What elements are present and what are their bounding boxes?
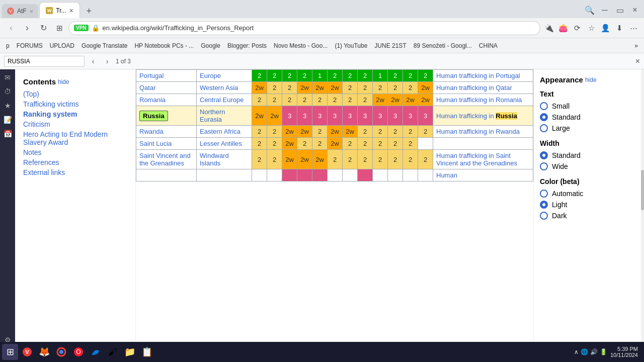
data-cell: 2 [403,138,418,150]
maximize-button[interactable]: ▭ [613,3,627,17]
taskbar-firefox-icon[interactable]: 🦊 [36,344,52,360]
data-cell: 2w [282,138,297,150]
tab-background-1[interactable]: V AtF × [2,4,38,18]
data-cell: 2 [388,82,403,94]
url-bar[interactable]: VPN 🔒 en.wikipedia.org/wiki/Trafficking_… [68,21,540,35]
data-cell: 2w [328,126,343,138]
sidebar-bookmarks-icon[interactable]: ★ [2,100,14,112]
tab-active[interactable]: W Tr... × [39,2,79,18]
new-tab-button[interactable]: + [82,4,96,18]
start-button[interactable]: ⊞ [2,344,18,360]
taskbar-paint-icon[interactable]: 🖌 [105,344,121,360]
profile-button[interactable]: 👤 [599,22,612,35]
text-option-large[interactable]: Large [540,124,638,132]
svg-text:O: O [76,348,80,355]
sidebar-item-criticism[interactable]: Criticism [15,119,135,129]
table-row: Portugal Europe 2 2 2 2 1 2 2 2 1 2 2 [136,70,533,82]
bookmark-june[interactable]: JUNE 21ST [371,40,409,51]
bookmark-china[interactable]: CHINA [476,40,501,51]
taskbar-explorer-icon[interactable]: 📁 [122,344,138,360]
tab-close-active[interactable]: × [69,7,73,15]
sidebar-item-ranking-system[interactable]: Ranking system [15,109,135,119]
data-cell: 2 [267,82,282,94]
radio-automatic [540,190,548,198]
main-content-area[interactable]: Portugal Europe 2 2 2 2 1 2 2 2 1 2 2 [136,69,533,362]
contents-hide-btn[interactable]: hide [58,78,69,85]
taskbar-chrome-icon[interactable] [53,344,69,360]
data-cell: 2 [267,150,282,169]
settings-button[interactable]: ⋯ [627,22,640,35]
scrollbar-thumb[interactable] [641,170,644,210]
bookmark-youtube[interactable]: (1) YouTube [332,40,370,51]
find-prev-button[interactable]: ‹ [88,56,99,67]
bookmark-gtranslate[interactable]: Google Translate [78,40,130,51]
data-cell: 2w [328,138,343,150]
taskbar-opera-icon[interactable]: O [70,344,87,360]
article-cell: Human [433,169,533,182]
tray-arrow-icon[interactable]: ∧ [574,348,579,355]
color-option-automatic[interactable]: Automatic [540,190,638,198]
forward-button[interactable]: › [20,21,34,35]
clock-display[interactable]: 5:39 PM 10/11/2024 [610,346,638,358]
bookmark-senozeti[interactable]: 89 Senožeti - Googl... [411,40,475,51]
tab-label-1: AtF [17,8,27,15]
bookmarks-more[interactable]: » [631,40,641,51]
tab-close-1[interactable]: × [30,8,34,15]
appearance-hide-btn[interactable]: hide [585,76,597,83]
sidebar-mail-icon[interactable]: ✉ [2,71,14,83]
appearance-panel: Appearance hide Text Small Standard [533,69,644,362]
bookmark-upload[interactable]: UPLOAD [47,40,77,51]
download-button[interactable]: ⬇ [613,22,626,35]
svg-text:V: V [25,349,29,355]
color-option-light[interactable]: Light [540,201,638,209]
color-option-dark[interactable]: Dark [540,212,638,220]
data-cell [418,169,433,182]
tray-volume-icon[interactable]: 🔊 [590,348,598,355]
wallet-button[interactable]: 👛 [556,22,570,35]
sidebar-item-hero[interactable]: Hero Acting to End Modern Slavery Award [15,129,135,147]
sidebar-item-trafficking-victims[interactable]: Trafficking victims [15,99,135,109]
taskbar-task-icon[interactable]: 📋 [139,344,155,360]
bookmark-blogger[interactable]: Blogger: Posts [224,40,270,51]
width-option-wide[interactable]: Wide [540,162,638,170]
sidebar-item-external-links[interactable]: External links [15,167,135,177]
bookmark-hp[interactable]: HP Notebook PCs - ... [131,40,197,51]
tab-search-button[interactable]: 🔍 [583,3,597,17]
extensions-button[interactable]: 🔌 [542,22,555,35]
sidebar-item-top[interactable]: (Top) [15,89,135,99]
close-window-button[interactable]: × [628,3,642,17]
data-cell: 2 [358,82,373,94]
width-option-standard[interactable]: Standard [540,151,638,159]
article-cell: Human trafficking in Portugal [433,70,533,82]
data-cell: 2 [403,82,418,94]
bookmark-forums[interactable]: FORUMS [14,40,46,51]
reload-button[interactable]: ↻ [36,21,50,35]
text-option-small[interactable]: Small [540,102,638,110]
tray-icons: ∧ 🌐 🔊 🔋 [574,348,607,355]
tray-network-icon[interactable]: 🌐 [581,348,588,355]
tray-battery-icon[interactable]: 🔋 [600,348,607,355]
find-next-button[interactable]: › [102,56,113,67]
home-button[interactable]: ⊞ [52,21,66,35]
taskbar-vivaldi-icon[interactable]: V [19,344,35,360]
taskbar-edge-icon[interactable] [88,344,104,360]
find-close-button[interactable]: × [635,57,640,66]
sidebar-notes-icon[interactable]: 📝 [2,114,14,126]
find-input[interactable] [4,56,85,67]
history-button[interactable]: ⟳ [571,22,584,35]
favorites-button[interactable]: ☆ [585,22,598,35]
sidebar-calendar-icon[interactable]: 📅 [2,128,14,140]
data-cell: 2 [267,70,282,82]
bookmark-google[interactable]: Google [198,40,223,51]
data-cell [388,169,403,182]
sidebar-item-notes[interactable]: Notes [15,147,135,157]
minimize-button[interactable]: ─ [598,3,612,17]
bookmark-novo[interactable]: Novo Mesto - Goo... [271,40,331,51]
data-cell: 2 [297,70,312,82]
back-button[interactable]: ‹ [4,21,18,35]
sidebar-history-icon[interactable]: ⏱ [2,85,14,98]
scrollbar-track[interactable] [641,69,644,362]
bookmark-p[interactable]: p [3,40,13,51]
text-option-standard[interactable]: Standard [540,113,638,121]
sidebar-item-references[interactable]: References [15,157,135,167]
